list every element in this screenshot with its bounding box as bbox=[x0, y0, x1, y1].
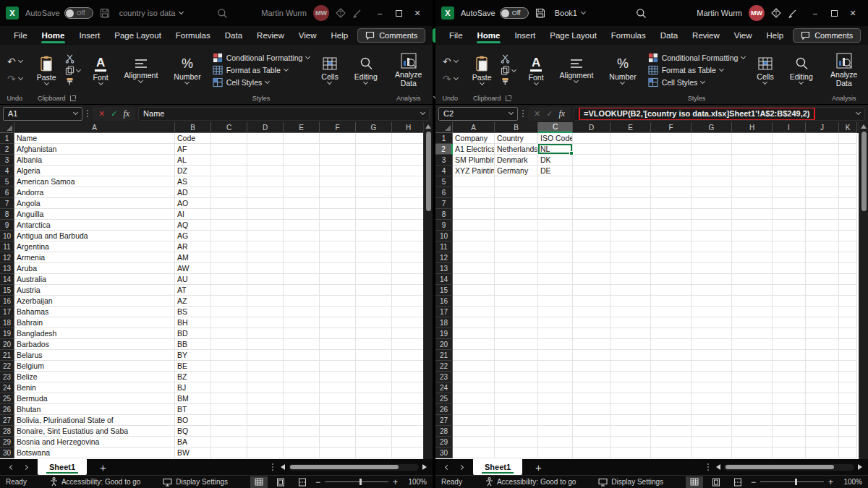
cell-E29[interactable] bbox=[610, 437, 651, 448]
cell-I18[interactable] bbox=[773, 317, 806, 328]
cell-H16[interactable] bbox=[732, 296, 773, 307]
cell-I29[interactable] bbox=[773, 437, 806, 448]
cell-A17[interactable]: Bahamas bbox=[14, 307, 175, 317]
add-sheet-button[interactable]: + bbox=[522, 461, 555, 474]
cell-K13[interactable] bbox=[839, 263, 857, 274]
cell-A15[interactable]: Austria bbox=[14, 285, 175, 296]
cell-E20[interactable] bbox=[284, 339, 320, 350]
cell-K12[interactable] bbox=[839, 252, 857, 263]
scroll-right-arrow[interactable] bbox=[858, 464, 862, 470]
cell-C23[interactable] bbox=[211, 372, 247, 382]
cell-F9[interactable] bbox=[651, 220, 692, 231]
cell-J3[interactable] bbox=[806, 155, 839, 166]
cell-G14[interactable] bbox=[692, 274, 732, 285]
cell-D2[interactable] bbox=[247, 144, 284, 155]
cell-F7[interactable] bbox=[651, 198, 692, 209]
cell-E27[interactable] bbox=[284, 415, 320, 426]
cell-E21[interactable] bbox=[610, 350, 651, 361]
column-header-K[interactable]: K bbox=[839, 122, 857, 133]
cell-A14[interactable]: Australia bbox=[14, 274, 175, 285]
cell-D23[interactable] bbox=[247, 372, 284, 382]
cell-C21[interactable] bbox=[538, 350, 573, 361]
column-header-B[interactable]: B bbox=[175, 122, 211, 133]
cell-G28[interactable] bbox=[692, 426, 732, 437]
cell-B7[interactable] bbox=[495, 198, 538, 209]
cell-J11[interactable] bbox=[806, 241, 839, 252]
cell-C17[interactable] bbox=[211, 307, 247, 317]
page-break-view-button[interactable] bbox=[294, 476, 311, 488]
cell-J10[interactable] bbox=[806, 231, 839, 241]
cell-B28[interactable] bbox=[495, 426, 538, 437]
cell-F26[interactable] bbox=[320, 404, 356, 415]
cell-F20[interactable] bbox=[320, 339, 356, 350]
cell-F30[interactable] bbox=[320, 448, 356, 458]
zoom-slider[interactable]: − + bbox=[315, 477, 398, 487]
cell-J21[interactable] bbox=[806, 350, 839, 361]
cell-G8[interactable] bbox=[692, 209, 732, 220]
cell-H17[interactable] bbox=[732, 307, 773, 317]
cell-A16[interactable] bbox=[453, 296, 495, 307]
cell-H24[interactable] bbox=[732, 382, 773, 393]
cell-D10[interactable] bbox=[573, 231, 610, 241]
cell-A7[interactable]: Angola bbox=[14, 198, 175, 209]
cell-G9[interactable] bbox=[356, 220, 392, 231]
cell-F8[interactable] bbox=[651, 209, 692, 220]
cell-H3[interactable] bbox=[392, 155, 423, 166]
row-header-11[interactable]: 11 bbox=[0, 241, 14, 252]
cell-H26[interactable] bbox=[732, 404, 773, 415]
cell-D25[interactable] bbox=[247, 393, 284, 404]
cells-button[interactable]: Cells bbox=[752, 55, 778, 85]
cell-H20[interactable] bbox=[732, 339, 773, 350]
cell-D12[interactable] bbox=[247, 252, 284, 263]
cell-B21[interactable] bbox=[495, 350, 538, 361]
cell-A15[interactable] bbox=[453, 285, 495, 296]
cell-H29[interactable] bbox=[392, 437, 423, 448]
editing-button[interactable]: Editing bbox=[786, 55, 817, 85]
cell-K8[interactable] bbox=[839, 209, 857, 220]
cell-D22[interactable] bbox=[573, 361, 610, 372]
cell-B22[interactable] bbox=[495, 361, 538, 372]
cell-H2[interactable] bbox=[732, 144, 773, 155]
excel-app-icon[interactable]: X bbox=[441, 7, 454, 20]
normal-view-button[interactable] bbox=[686, 476, 703, 488]
cell-C20[interactable] bbox=[538, 339, 573, 350]
cell-H15[interactable] bbox=[732, 285, 773, 296]
cell-J19[interactable] bbox=[806, 328, 839, 339]
cell-B16[interactable] bbox=[495, 296, 538, 307]
cell-F27[interactable] bbox=[320, 415, 356, 426]
cell-F2[interactable] bbox=[320, 144, 356, 155]
cell-A5[interactable] bbox=[453, 176, 495, 187]
row-header-24[interactable]: 24 bbox=[435, 382, 453, 393]
cell-K20[interactable] bbox=[839, 339, 857, 350]
cell-C24[interactable] bbox=[538, 382, 573, 393]
column-header-G[interactable]: G bbox=[356, 122, 392, 133]
cell-C10[interactable] bbox=[211, 231, 247, 241]
cell-K14[interactable] bbox=[839, 274, 857, 285]
cell-K30[interactable] bbox=[839, 448, 857, 458]
cell-B28[interactable]: BQ bbox=[175, 426, 211, 437]
cell-C11[interactable] bbox=[538, 241, 573, 252]
cell-E8[interactable] bbox=[610, 209, 651, 220]
cell-E16[interactable] bbox=[610, 296, 651, 307]
cell-D19[interactable] bbox=[573, 328, 610, 339]
cell-B27[interactable] bbox=[495, 415, 538, 426]
cell-H13[interactable] bbox=[732, 263, 773, 274]
row-header-3[interactable]: 3 bbox=[0, 155, 14, 166]
cell-H11[interactable] bbox=[392, 241, 423, 252]
comments-button[interactable]: Comments bbox=[793, 28, 861, 43]
cell-G10[interactable] bbox=[692, 231, 732, 241]
cell-A30[interactable]: Botswana bbox=[14, 448, 175, 458]
cell-B15[interactable] bbox=[495, 285, 538, 296]
row-header-25[interactable]: 25 bbox=[0, 393, 14, 404]
cell-D21[interactable] bbox=[573, 350, 610, 361]
cell-H8[interactable] bbox=[732, 209, 773, 220]
ink-pen-icon[interactable] bbox=[788, 8, 798, 18]
cell-D15[interactable] bbox=[573, 285, 610, 296]
cell-C25[interactable] bbox=[211, 393, 247, 404]
cell-A28[interactable] bbox=[453, 426, 495, 437]
cell-E11[interactable] bbox=[284, 241, 320, 252]
row-header-7[interactable]: 7 bbox=[435, 198, 453, 209]
conditional-formatting-button[interactable]: Conditional Formatting bbox=[648, 53, 746, 63]
column-header-E[interactable]: E bbox=[610, 122, 651, 133]
cell-I20[interactable] bbox=[773, 339, 806, 350]
